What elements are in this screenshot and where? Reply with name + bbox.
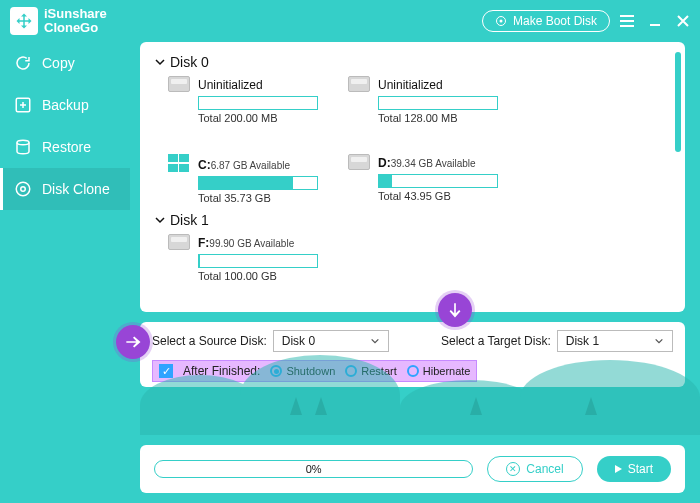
make-boot-disk-button[interactable]: Make Boot Disk bbox=[482, 10, 610, 32]
svg-point-3 bbox=[17, 140, 29, 145]
disk-0-header[interactable]: Disk 0 bbox=[154, 54, 671, 70]
play-icon bbox=[615, 465, 622, 473]
logo-icon bbox=[10, 7, 38, 35]
partition-label: Uninitialized bbox=[198, 78, 263, 92]
partition[interactable]: F:99.90 GB Available Total 100.00 GB bbox=[168, 234, 328, 282]
source-disk-select[interactable]: Disk 0 bbox=[273, 330, 389, 352]
source-disk-label: Select a Source Disk: bbox=[152, 334, 267, 348]
usage-bar bbox=[198, 96, 318, 110]
sidebar-item-backup[interactable]: Backup bbox=[0, 84, 130, 126]
brand-line2: CloneGo bbox=[44, 21, 107, 35]
progress-bar: 0% bbox=[154, 460, 473, 478]
radio-hibernate[interactable]: Hibernate bbox=[407, 365, 471, 377]
start-label: Start bbox=[628, 462, 653, 476]
callout-arrow-down-icon bbox=[438, 293, 472, 327]
partition-available: 99.90 GB Available bbox=[209, 238, 294, 249]
progress-text: 0% bbox=[306, 463, 322, 475]
svg-point-5 bbox=[21, 187, 26, 192]
target-disk-value: Disk 1 bbox=[566, 334, 599, 348]
sidebar-label-disk-clone: Disk Clone bbox=[42, 181, 110, 197]
partition-label: Uninitialized bbox=[378, 78, 443, 92]
source-disk-value: Disk 0 bbox=[282, 334, 315, 348]
target-disk-select[interactable]: Disk 1 bbox=[557, 330, 673, 352]
backup-icon bbox=[14, 96, 32, 114]
usage-bar bbox=[378, 96, 498, 110]
after-finished-checkbox[interactable]: ✓ bbox=[159, 364, 173, 378]
disk-clone-icon bbox=[14, 180, 32, 198]
partition-total: Total 35.73 GB bbox=[198, 192, 328, 204]
svg-point-4 bbox=[16, 182, 30, 196]
copy-icon bbox=[14, 54, 32, 72]
chevron-down-icon bbox=[654, 336, 664, 346]
disk-icon bbox=[168, 76, 190, 92]
disk-icon bbox=[348, 76, 370, 92]
partition-available: 39.34 GB Available bbox=[391, 158, 476, 169]
footer-panel: 0% ✕ Cancel Start bbox=[140, 445, 685, 493]
close-button[interactable] bbox=[676, 14, 690, 28]
usage-bar bbox=[378, 174, 498, 188]
windows-icon bbox=[168, 154, 190, 172]
minimize-button[interactable] bbox=[648, 14, 662, 28]
partition[interactable]: C:6.87 GB Available Total 35.73 GB bbox=[168, 154, 328, 204]
partition-available: 6.87 GB Available bbox=[211, 160, 290, 171]
partition[interactable]: Uninitialized Total 200.00 MB bbox=[168, 76, 328, 124]
chevron-down-icon bbox=[154, 214, 166, 226]
callout-arrow-right-icon bbox=[116, 325, 150, 359]
usage-bar bbox=[198, 254, 318, 268]
svg-point-1 bbox=[499, 20, 502, 23]
partition[interactable]: D:39.34 GB Available Total 43.95 GB bbox=[348, 154, 508, 204]
partition-label: D: bbox=[378, 156, 391, 170]
usage-bar bbox=[198, 176, 318, 190]
partition-label: C: bbox=[198, 158, 211, 172]
partition-total: Total 128.00 MB bbox=[378, 112, 508, 124]
app-logo: iSunshare CloneGo bbox=[10, 7, 107, 35]
partition-label: F: bbox=[198, 236, 209, 250]
disk-1-header[interactable]: Disk 1 bbox=[154, 212, 671, 228]
disk-list-panel: Disk 0 Uninitialized Total 200.00 MB Uni… bbox=[140, 42, 685, 312]
sidebar-item-disk-clone[interactable]: Disk Clone bbox=[0, 168, 130, 210]
sidebar-label-backup: Backup bbox=[42, 97, 89, 113]
disk-1-name: Disk 1 bbox=[170, 212, 209, 228]
target-disk-label: Select a Target Disk: bbox=[441, 334, 551, 348]
menu-icon[interactable] bbox=[620, 14, 634, 28]
partition-total: Total 43.95 GB bbox=[378, 190, 508, 202]
decorative-landscape bbox=[140, 390, 685, 435]
restore-icon bbox=[14, 138, 32, 156]
cancel-button[interactable]: ✕ Cancel bbox=[487, 456, 582, 482]
cancel-label: Cancel bbox=[526, 462, 563, 476]
sidebar-label-copy: Copy bbox=[42, 55, 75, 71]
disk-0-name: Disk 0 bbox=[170, 54, 209, 70]
disk-icon bbox=[168, 234, 190, 250]
partition-total: Total 100.00 GB bbox=[198, 270, 328, 282]
cancel-icon: ✕ bbox=[506, 462, 520, 476]
partition-total: Total 200.00 MB bbox=[198, 112, 328, 124]
start-button[interactable]: Start bbox=[597, 456, 671, 482]
sidebar-item-restore[interactable]: Restore bbox=[0, 126, 130, 168]
make-boot-disk-label: Make Boot Disk bbox=[513, 14, 597, 28]
sidebar-label-restore: Restore bbox=[42, 139, 91, 155]
chevron-down-icon bbox=[370, 336, 380, 346]
disk-icon bbox=[348, 154, 370, 170]
partition[interactable]: Uninitialized Total 128.00 MB bbox=[348, 76, 508, 124]
brand-line1: iSunshare bbox=[44, 7, 107, 21]
chevron-down-icon bbox=[154, 56, 166, 68]
sidebar-item-copy[interactable]: Copy bbox=[0, 42, 130, 84]
